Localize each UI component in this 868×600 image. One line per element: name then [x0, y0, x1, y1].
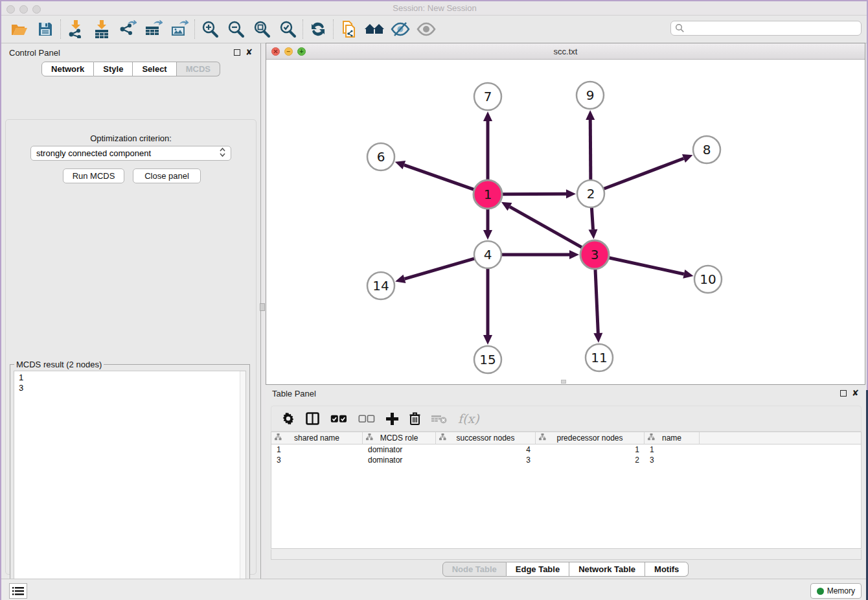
search-icon — [675, 23, 685, 33]
run-mcds-button[interactable]: Run MCDS — [63, 168, 124, 183]
tab-network[interactable]: Network — [41, 62, 94, 76]
add-icon[interactable] — [386, 413, 398, 425]
control-panel-tabs: NetworkStyleSelectMCDS — [1, 62, 260, 76]
mcds-result-list[interactable]: 13 — [14, 371, 246, 600]
search-input[interactable] — [685, 23, 861, 34]
table-cell: 3 — [271, 455, 363, 465]
node-label: 10 — [700, 271, 716, 287]
node-table[interactable]: shared nameMCDS rolesuccessor nodesprede… — [271, 432, 862, 549]
edge-2-8[interactable] — [602, 158, 684, 189]
zoom-fit-icon[interactable] — [249, 18, 275, 40]
column-header-name[interactable]: name — [645, 432, 700, 444]
network-window-titlebar[interactable]: ✕ − + scc.txt — [266, 43, 865, 60]
float-panel-icon[interactable] — [234, 49, 240, 56]
tab-select[interactable]: Select — [133, 62, 176, 76]
delete-icon[interactable] — [409, 412, 420, 425]
node-label: 8 — [703, 142, 711, 157]
show-column-icon[interactable] — [306, 412, 319, 425]
arrowhead-icon — [395, 161, 405, 169]
hide-selected-icon[interactable] — [387, 18, 413, 40]
export-table-icon[interactable] — [141, 18, 166, 40]
open-folder-icon[interactable] — [6, 18, 32, 40]
arrowhead-icon — [483, 111, 492, 121]
zoom-view-icon[interactable]: + — [297, 47, 306, 56]
close-panel-button[interactable]: Close panel — [133, 168, 201, 183]
main-toolbar — [1, 16, 868, 43]
node-label: 7 — [484, 89, 492, 104]
column-header-predecessor-nodes[interactable]: predecessor nodes — [536, 432, 645, 444]
minimize-view-icon[interactable]: − — [284, 47, 293, 56]
mcds-result-title: MCDS result (2 nodes) — [14, 360, 104, 369]
minimize-window-icon[interactable] — [19, 5, 28, 14]
search-box[interactable] — [670, 21, 862, 36]
edge-2-3[interactable] — [591, 206, 593, 229]
gear-icon[interactable] — [282, 412, 295, 425]
tab-motifs[interactable]: Motifs — [645, 562, 689, 577]
delete-table-icon — [431, 414, 447, 424]
deselect-all-icon[interactable] — [358, 415, 375, 423]
zoom-window-icon[interactable] — [32, 5, 41, 14]
function-builder-icon: f(x) — [458, 411, 479, 426]
result-item[interactable]: 1 — [19, 373, 246, 383]
zoom-out-icon[interactable] — [223, 18, 249, 40]
column-header-successor-nodes[interactable]: successor nodes — [436, 432, 536, 444]
tab-edge-table[interactable]: Edge Table — [507, 562, 569, 577]
select-all-icon[interactable] — [330, 415, 347, 423]
close-window-icon[interactable] — [6, 5, 15, 14]
close-view-icon[interactable]: ✕ — [271, 47, 280, 56]
column-tree-icon — [275, 433, 282, 443]
edge-2-9[interactable] — [590, 120, 591, 181]
table-cell: 1 — [271, 444, 363, 455]
task-history-button[interactable] — [9, 583, 27, 599]
toolbar-separator — [333, 19, 334, 39]
table-hscrollbar[interactable] — [271, 549, 862, 560]
node-label: 1 — [484, 187, 492, 202]
table-row[interactable]: 1dominator411 — [271, 444, 861, 455]
new-network-from-selection-icon[interactable] — [336, 18, 361, 40]
float-table-panel-icon[interactable] — [840, 390, 847, 397]
table-cell: 3 — [436, 455, 536, 465]
memory-button[interactable]: Memory — [810, 583, 862, 599]
close-panel-icon[interactable]: ✘ — [246, 49, 253, 56]
tab-style[interactable]: Style — [94, 62, 133, 76]
node-label: 2 — [587, 186, 595, 202]
criterion-select[interactable]: strongly connected component — [30, 146, 231, 161]
view-resize-handle[interactable] — [561, 380, 566, 384]
export-network-icon[interactable] — [115, 18, 141, 40]
tab-node-table[interactable]: Node Table — [442, 562, 507, 577]
import-table-icon[interactable] — [89, 18, 115, 40]
edge-3-11[interactable] — [595, 268, 598, 333]
column-header-MCDS-role[interactable]: MCDS role — [363, 432, 436, 444]
table-cell: 4 — [436, 444, 536, 455]
edge-4-14[interactable] — [404, 258, 475, 279]
titlebar: Session: New Session — [1, 1, 868, 16]
criterion-value: strongly connected component — [36, 148, 151, 158]
close-table-panel-icon[interactable]: ✘ — [852, 390, 859, 397]
arrowhead-icon — [586, 110, 595, 120]
refresh-icon[interactable] — [305, 18, 331, 40]
table-cell: dominator — [363, 444, 436, 455]
table-cell: 1 — [536, 444, 645, 455]
edge-3-10[interactable] — [608, 257, 684, 274]
network-graph-canvas[interactable]: 7968124314101511 — [266, 60, 865, 384]
tab-mcds[interactable]: MCDS — [177, 62, 220, 76]
import-network-icon[interactable] — [63, 18, 89, 40]
table-row[interactable]: 3dominator323 — [271, 455, 861, 465]
column-header-shared-name[interactable]: shared name — [271, 432, 363, 444]
save-icon[interactable] — [32, 18, 58, 40]
result-item[interactable]: 3 — [19, 383, 246, 393]
export-image-icon[interactable] — [166, 18, 192, 40]
result-scrollbar[interactable] — [240, 371, 246, 600]
tab-network-table[interactable]: Network Table — [569, 562, 645, 577]
arrowhead-icon — [589, 229, 598, 239]
show-all-icon[interactable] — [413, 18, 439, 40]
first-neighbors-icon[interactable] — [361, 18, 387, 40]
edge-1-2[interactable] — [501, 194, 566, 194]
edge-3-1[interactable] — [510, 207, 584, 248]
splitter-handle[interactable] — [260, 303, 265, 311]
zoom-selected-icon[interactable] — [275, 18, 301, 40]
control-panel-title: Control Panel — [9, 48, 60, 58]
edge-1-6[interactable] — [404, 165, 475, 190]
zoom-in-icon[interactable] — [197, 18, 223, 40]
mcds-result-group: MCDS result (2 nodes) 13 — [10, 364, 250, 600]
